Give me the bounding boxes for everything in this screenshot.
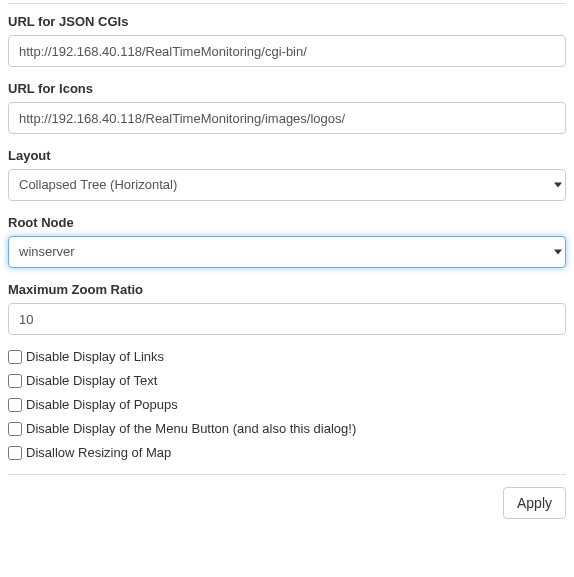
checkbox-disable-popups[interactable] bbox=[8, 398, 22, 412]
checkbox-disallow-resize[interactable] bbox=[8, 446, 22, 460]
select-layout[interactable]: Collapsed Tree (Horizontal) bbox=[8, 169, 566, 201]
select-wrap-layout: Collapsed Tree (Horizontal) bbox=[8, 169, 566, 201]
checkbox-row-disallow-resize: Disallow Resizing of Map bbox=[8, 445, 566, 460]
divider-top bbox=[8, 3, 566, 4]
field-layout: Layout Collapsed Tree (Horizontal) bbox=[8, 148, 566, 201]
input-max-zoom[interactable] bbox=[8, 303, 566, 335]
divider-bottom bbox=[8, 474, 566, 475]
field-max-zoom: Maximum Zoom Ratio bbox=[8, 282, 566, 335]
footer: Apply bbox=[8, 487, 566, 529]
field-url-icons: URL for Icons bbox=[8, 81, 566, 134]
select-root-node[interactable]: winserver bbox=[8, 236, 566, 268]
label-disable-menu[interactable]: Disable Display of the Menu Button (and … bbox=[26, 421, 356, 436]
label-disallow-resize[interactable]: Disallow Resizing of Map bbox=[26, 445, 171, 460]
field-url-json-cgis: URL for JSON CGIs bbox=[8, 14, 566, 67]
input-url-json-cgis[interactable] bbox=[8, 35, 566, 67]
label-url-json-cgis: URL for JSON CGIs bbox=[8, 14, 566, 29]
checkbox-row-disable-text: Disable Display of Text bbox=[8, 373, 566, 388]
checkbox-disable-text[interactable] bbox=[8, 374, 22, 388]
label-disable-popups[interactable]: Disable Display of Popups bbox=[26, 397, 178, 412]
select-wrap-root-node: winserver bbox=[8, 236, 566, 268]
label-layout: Layout bbox=[8, 148, 566, 163]
apply-button[interactable]: Apply bbox=[503, 487, 566, 519]
label-disable-links[interactable]: Disable Display of Links bbox=[26, 349, 164, 364]
checkbox-row-disable-menu: Disable Display of the Menu Button (and … bbox=[8, 421, 566, 436]
checkbox-disable-menu[interactable] bbox=[8, 422, 22, 436]
settings-form: URL for JSON CGIs URL for Icons Layout C… bbox=[0, 3, 574, 529]
label-url-icons: URL for Icons bbox=[8, 81, 566, 96]
checkbox-disable-links[interactable] bbox=[8, 350, 22, 364]
label-root-node: Root Node bbox=[8, 215, 566, 230]
checkbox-row-disable-popups: Disable Display of Popups bbox=[8, 397, 566, 412]
label-max-zoom: Maximum Zoom Ratio bbox=[8, 282, 566, 297]
checkbox-row-disable-links: Disable Display of Links bbox=[8, 349, 566, 364]
field-root-node: Root Node winserver bbox=[8, 215, 566, 268]
input-url-icons[interactable] bbox=[8, 102, 566, 134]
label-disable-text[interactable]: Disable Display of Text bbox=[26, 373, 157, 388]
